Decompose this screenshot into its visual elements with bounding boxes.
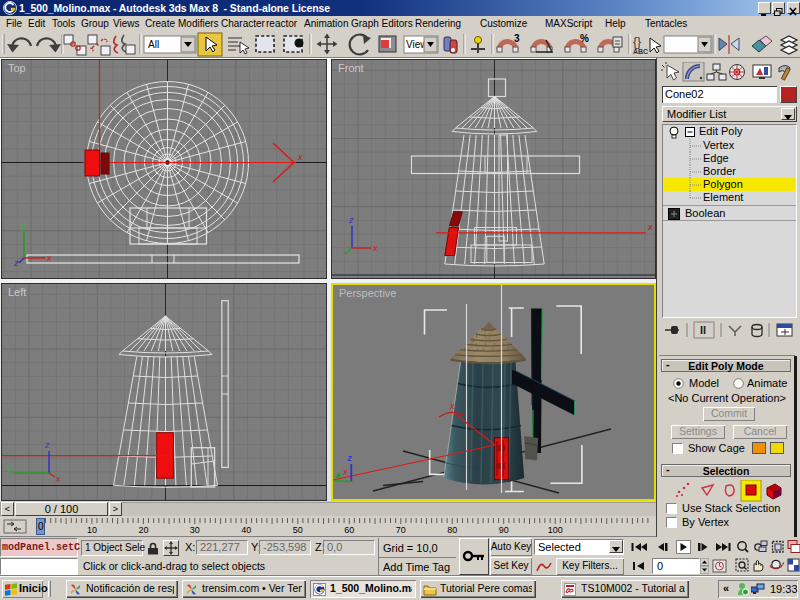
svg-text:All: All [148, 39, 159, 50]
svg-text:50: 50 [293, 525, 303, 535]
svg-text:80: 80 [447, 525, 457, 535]
svg-text:x: x [372, 243, 378, 253]
svg-text:z: z [347, 453, 353, 463]
svg-text:100: 100 [548, 525, 563, 535]
svg-text:3: 3 [514, 33, 520, 44]
svg-text:90: 90 [499, 525, 509, 535]
svg-text:y: y [20, 221, 26, 231]
svg-text:20: 20 [138, 525, 148, 535]
svg-text:ABC: ABC [633, 48, 648, 55]
svg-text:x: x [297, 152, 303, 162]
svg-text:x: x [647, 222, 653, 232]
svg-text:z: z [13, 258, 19, 268]
svg-text:70: 70 [396, 525, 406, 535]
svg-text:30: 30 [190, 525, 200, 535]
svg-text:60: 60 [344, 525, 354, 535]
svg-text:x: x [342, 467, 348, 477]
svg-text:y: y [6, 463, 12, 473]
svg-text:%: % [580, 33, 589, 44]
svg-text:x: x [449, 401, 455, 411]
svg-text:x: x [46, 253, 52, 263]
svg-text:10: 10 [87, 525, 97, 535]
svg-text:z: z [348, 215, 354, 225]
svg-text:z: z [44, 440, 50, 450]
svg-text:{}: {} [633, 35, 641, 49]
svg-text:40: 40 [241, 525, 251, 535]
svg-text:x: x [55, 474, 61, 484]
svg-text:II: II [700, 324, 706, 336]
